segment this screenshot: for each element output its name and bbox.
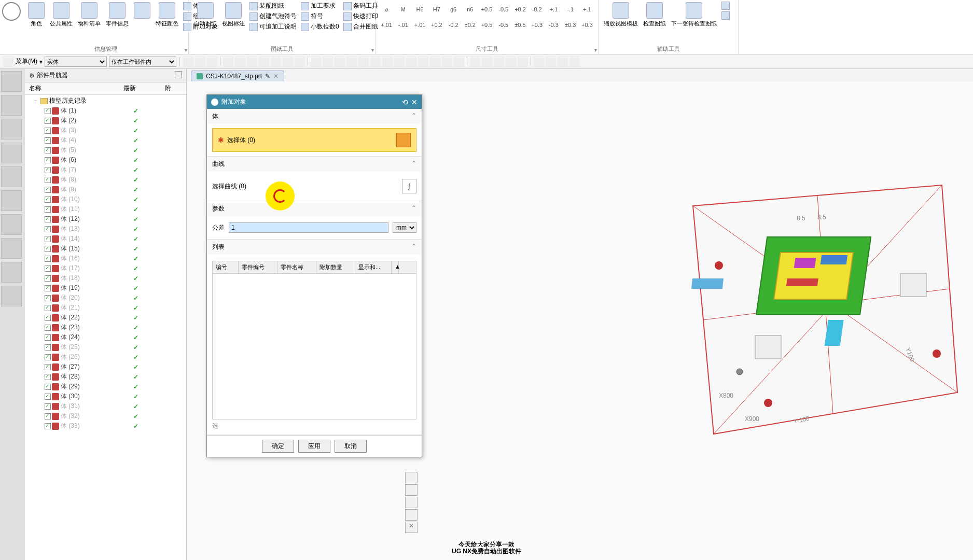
col-part-number[interactable]: 零件编号	[239, 261, 277, 273]
gear-icon[interactable]: ⚙	[29, 72, 35, 79]
machining-req-button[interactable]: 加工要求	[299, 1, 341, 11]
col-part-name[interactable]: 零件名称	[277, 261, 316, 273]
toolbar-icon[interactable]	[454, 57, 464, 67]
decimal-button[interactable]: 小数位数0	[299, 22, 341, 32]
aux-small-2[interactable]	[720, 11, 731, 20]
tree-item[interactable]: 体 (33)✓	[25, 421, 186, 431]
dim-button[interactable]: +0.5	[480, 18, 493, 32]
tolerance-input[interactable]	[229, 222, 388, 233]
symbol-button[interactable]: 符号	[299, 11, 341, 21]
tree-item[interactable]: 体 (27)✓	[25, 362, 186, 372]
reset-icon[interactable]: ⟲	[402, 98, 408, 106]
toolbar-icon[interactable]	[418, 57, 428, 67]
tree-item[interactable]: 体 (10)✓	[25, 194, 186, 204]
body-icon[interactable]	[396, 133, 411, 147]
dim-button[interactable]: ±0.3	[564, 18, 577, 32]
sort-icon[interactable]: ▲	[392, 261, 399, 273]
toolbar-icon[interactable]	[534, 57, 544, 67]
col-latest[interactable]: 最新	[123, 84, 165, 93]
tree-item[interactable]: 体 (15)✓	[25, 244, 186, 254]
tree-item[interactable]: 体 (19)✓	[25, 283, 186, 293]
tree-item[interactable]: 体 (2)✓	[25, 116, 186, 125]
rail-reuse-icon[interactable]	[1, 143, 22, 163]
dim-button[interactable]: ⌀	[380, 2, 393, 17]
dim-button[interactable]: +0.2	[430, 18, 443, 32]
dim-button[interactable]: ±0.5	[513, 18, 527, 32]
machining-note-button[interactable]: 可追加工说明	[248, 22, 298, 32]
dim-button[interactable]: +0.2	[513, 2, 527, 17]
dim-button[interactable]: +.1	[547, 2, 560, 17]
merge-drawing-button[interactable]: 合并图纸	[342, 22, 380, 32]
col-display[interactable]: 显示和...	[355, 261, 392, 273]
toolbar-icon[interactable]	[207, 57, 217, 67]
toolbar-icon[interactable]	[506, 57, 516, 67]
toolbar-icon[interactable]	[235, 57, 245, 67]
pin-icon[interactable]	[175, 71, 182, 78]
rail-constraint-icon[interactable]	[1, 119, 22, 139]
tree-item[interactable]: 体 (29)✓	[25, 382, 186, 391]
rail-hd3d-icon[interactable]	[1, 166, 22, 187]
apply-button[interactable]: 应用	[298, 440, 330, 453]
filter-type-select[interactable]: 实体	[45, 57, 107, 67]
tree-item[interactable]: 体 (24)✓	[25, 332, 186, 342]
dim-button[interactable]: -0.5	[497, 18, 510, 32]
dim-button[interactable]: -0.5	[497, 2, 510, 17]
toolbar-icon[interactable]	[323, 57, 333, 67]
tree-item[interactable]: 体 (18)✓	[25, 273, 186, 283]
rail-other-icon[interactable]	[1, 286, 22, 306]
list-action-1[interactable]	[405, 472, 418, 483]
unit-select[interactable]: mm	[393, 222, 416, 233]
tree-item[interactable]: 体 (3)✓	[25, 125, 186, 135]
list-delete-icon[interactable]: ✕	[405, 522, 418, 533]
toolbar-icon[interactable]	[283, 57, 293, 67]
tree-item[interactable]: 体 (23)✓	[25, 323, 186, 332]
dim-button[interactable]: +0.3	[580, 18, 594, 32]
toolbar-icon[interactable]	[358, 57, 369, 67]
toolbar-icon[interactable]	[335, 57, 345, 67]
tree-item[interactable]: 体 (17)✓	[25, 263, 186, 273]
col-number[interactable]: 编号	[213, 261, 239, 273]
toolbar-icon[interactable]	[518, 57, 528, 67]
tree-item[interactable]: 体 (22)✓	[25, 313, 186, 323]
parts-list-table[interactable]: 编号 零件编号 零件名称 附加数量 显示和... ▲	[212, 261, 416, 419]
col-name[interactable]: 名称	[25, 84, 123, 93]
expand-icon[interactable]: ▾	[185, 47, 187, 53]
file-tab[interactable]: CSJ-K10487_stp.prt ✎ ✕	[191, 71, 284, 81]
dim-button[interactable]: H6	[413, 2, 426, 17]
tree-item[interactable]: 体 (25)✓	[25, 342, 186, 352]
tree-item[interactable]: 体 (6)✓	[25, 155, 186, 165]
dialog-titlebar[interactable]: 附加对象 ⟲ ✕	[207, 95, 422, 109]
close-icon[interactable]: ✕	[411, 98, 418, 106]
user-avatar[interactable]	[2, 2, 21, 21]
toolbar-icon[interactable]	[482, 57, 492, 67]
tree-item[interactable]: 体 (7)✓	[25, 165, 186, 175]
toolbar-icon[interactable]	[295, 57, 305, 67]
dim-button[interactable]: -.01	[396, 18, 410, 32]
assembly-drawing-button[interactable]: 装配图纸	[248, 1, 298, 11]
toolbar-icon[interactable]	[259, 57, 269, 67]
toolbar-icon[interactable]	[247, 57, 257, 67]
rail-roles-icon[interactable]	[1, 238, 22, 259]
tree-item[interactable]: 体 (30)✓	[25, 391, 186, 401]
dim-button[interactable]: -.1	[564, 2, 577, 17]
dim-button[interactable]: ±0.2	[463, 18, 477, 32]
tree-item[interactable]: 体 (1)✓	[25, 106, 186, 116]
section-body-header[interactable]: 体⌃	[207, 109, 422, 124]
select-curve-row[interactable]: 选择曲线 (0) ∫	[212, 176, 416, 197]
toolbar-icon[interactable]	[546, 57, 556, 67]
aux-small-1[interactable]	[720, 1, 731, 10]
rail-history-icon[interactable]	[1, 214, 22, 235]
toolbar-icon[interactable]	[223, 57, 233, 67]
curve-icon[interactable]: ∫	[402, 179, 416, 193]
filter-scope-select[interactable]: 仅在工作部件内	[109, 57, 176, 67]
tree-item[interactable]: 体 (20)✓	[25, 293, 186, 303]
rail-assembly-icon[interactable]	[1, 95, 22, 116]
toolbar-icon[interactable]	[394, 57, 405, 67]
tree-item[interactable]: 体 (14)✓	[25, 234, 186, 244]
dim-button[interactable]: +.01	[380, 18, 393, 32]
tab-close-icon[interactable]: ✕	[273, 73, 279, 80]
tree-item[interactable]: 体 (9)✓	[25, 185, 186, 194]
section-list-header[interactable]: 列表⌃	[207, 240, 422, 255]
dim-button[interactable]: +.01	[413, 18, 426, 32]
tree-item[interactable]: 体 (4)✓	[25, 135, 186, 145]
